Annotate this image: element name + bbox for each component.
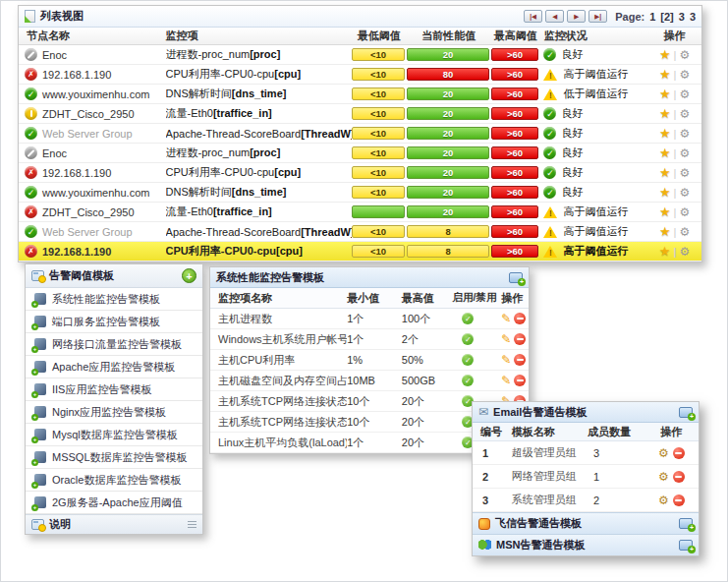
settings-gear-icon[interactable] [679, 49, 690, 61]
next-page-button[interactable] [567, 10, 586, 23]
enabled-check-icon[interactable] [462, 313, 474, 324]
ops-cell [647, 225, 701, 238]
favorite-star-icon[interactable] [659, 87, 671, 100]
table-row[interactable]: www.youximenhu.com DNS解析时间[dns_time] <10… [19, 85, 701, 104]
edit-pencil-icon[interactable] [501, 333, 511, 345]
template-list-item[interactable]: Oracle数据库监控告警模板 [26, 469, 202, 492]
email-group-row[interactable]: 3 系统管理员组 2 [473, 489, 699, 512]
threshold-cell: <10 20 >60 [352, 146, 539, 159]
first-page-button[interactable] [524, 10, 542, 23]
delete-minus-icon[interactable] [673, 447, 685, 459]
settings-gear-icon[interactable] [679, 108, 690, 120]
delete-minus-icon[interactable] [673, 495, 685, 506]
configure-gear-icon[interactable] [658, 471, 669, 483]
email-group-row[interactable]: 2 网络管理员组 1 [473, 465, 699, 489]
delete-minus-icon[interactable] [514, 333, 526, 345]
settings-gear-icon[interactable] [679, 226, 690, 238]
template-row[interactable]: Windows主机系统用户帐号总数 1个 2个 [210, 329, 529, 350]
group-name: 系统管理员组 [512, 493, 588, 507]
template-list-item[interactable]: Apache应用监控告警模板 [26, 356, 202, 378]
threshold-cell: 20 >60 [352, 205, 539, 218]
delete-minus-icon[interactable] [514, 313, 526, 324]
settings-gear-icon[interactable] [679, 167, 690, 179]
monitor-add-icon[interactable] [679, 540, 693, 551]
edit-pencil-icon[interactable] [501, 354, 511, 366]
edit-pencil-icon[interactable] [501, 313, 511, 324]
collapse-lines-icon[interactable] [188, 521, 196, 528]
fetion-notification-bar[interactable]: 飞信告警通告模板 [473, 512, 699, 534]
favorite-star-icon[interactable] [659, 166, 671, 179]
monitor-add-icon[interactable] [679, 407, 693, 418]
settings-gear-icon[interactable] [680, 246, 691, 258]
table-row[interactable]: Enoc 进程数-proc_num[proc] <10 20 >60 良好 [19, 144, 701, 163]
table-row[interactable]: Enoc 进程数-proc_num[proc] <10 20 >60 良好 [19, 45, 701, 65]
table-row[interactable]: 192.168.1.190 CPU利用率-CPU0-cpu[cpu] <10 8… [19, 65, 701, 85]
page-number[interactable]: 3 [690, 11, 696, 23]
settings-gear-icon[interactable] [679, 187, 690, 199]
status-icon [543, 206, 557, 218]
template-list-item[interactable]: 系统性能监控告警模板 [26, 288, 202, 311]
monitor-add-icon[interactable] [509, 272, 523, 283]
description-footer[interactable]: 说明 [26, 514, 202, 534]
edit-pencil-icon[interactable] [501, 375, 511, 386]
template-list-item[interactable]: 端口服务监控告警模板 [26, 311, 202, 333]
favorite-star-icon[interactable] [659, 146, 671, 159]
template-row[interactable]: 主机CPU利用率 1% 50% [210, 350, 529, 371]
email-notification-panel: Email告警通告模板 编号 模板名称 成员数量 操作 1 超级管理员组 3 2… [472, 401, 700, 556]
max-value: 50% [402, 354, 453, 366]
msn-notification-bar[interactable]: MSN告警通告模板 [473, 534, 699, 555]
page-number[interactable]: [2] [660, 11, 673, 23]
prev-page-button[interactable] [545, 10, 564, 23]
table-row[interactable]: ZDHT_Cisco_2950 流量-Eth0[traffice_in] <10… [19, 104, 701, 124]
monitor-item-text: 进程数-proc_num [166, 146, 251, 158]
page-number[interactable]: 1 [649, 11, 655, 23]
template-list-item[interactable]: IIS应用监控告警模板 [26, 378, 202, 401]
table-row[interactable]: Web Server Group Apache-Thread-ScoreBoar… [19, 222, 701, 242]
settings-gear-icon[interactable] [679, 69, 690, 81]
favorite-star-icon[interactable] [659, 186, 671, 199]
template-list-item[interactable]: Mysql数据库监控告警模板 [26, 424, 202, 446]
last-page-button[interactable] [588, 10, 607, 23]
enabled-check-icon[interactable] [462, 333, 474, 345]
node-name: Web Server Group [42, 226, 133, 238]
table-row[interactable]: www.youximenhu.com DNS解析时间[dns_time] <10… [19, 183, 701, 203]
favorite-star-icon[interactable] [659, 107, 671, 120]
monitor-item-code: [traffice_in] [213, 205, 272, 217]
settings-gear-icon[interactable] [679, 206, 690, 218]
settings-gear-icon[interactable] [679, 88, 690, 100]
email-group-row[interactable]: 1 超级管理员组 3 [473, 441, 699, 465]
configure-gear-icon[interactable] [658, 495, 669, 506]
favorite-star-icon[interactable] [659, 48, 671, 61]
monitor-item-code: [dns_time] [232, 186, 287, 198]
monitor-add-icon[interactable] [679, 518, 693, 529]
monitor-item-cell: Apache-Thread-ScoreBoard[ThreadW] [166, 226, 352, 238]
settings-gear-icon[interactable] [679, 128, 690, 140]
table-row[interactable]: Web Server Group Apache-Thread-ScoreBoar… [19, 124, 701, 144]
settings-gear-icon[interactable] [679, 147, 690, 159]
favorite-star-icon[interactable] [659, 205, 671, 218]
monitor-item-code: [proc] [250, 146, 280, 158]
monitor-item-text: 进程数-proc_num [166, 48, 251, 60]
enabled-check-icon[interactable] [462, 354, 474, 366]
favorite-star-icon[interactable] [659, 127, 671, 140]
delete-minus-icon[interactable] [673, 471, 685, 483]
template-list-item[interactable]: MSSQL数据库监控告警模板 [26, 446, 202, 469]
template-row[interactable]: 主机进程数 1个 100个 [210, 309, 529, 329]
template-list-item[interactable]: 网络接口流量监控告警模板 [26, 333, 202, 356]
template-list-item[interactable]: 2G服务器-Apache应用阈值 [26, 492, 202, 514]
configure-gear-icon[interactable] [658, 447, 669, 459]
table-row[interactable]: ZDHT_Cisco_2950 流量-Eth0[traffice_in] 20 … [19, 203, 701, 222]
favorite-star-icon[interactable] [659, 245, 671, 258]
delete-minus-icon[interactable] [514, 375, 526, 386]
node-name: ZDHT_Cisco_2950 [42, 108, 135, 120]
template-row[interactable]: 主机磁盘空间及内存空间占用 10MB 500GB [210, 371, 529, 391]
template-list-item[interactable]: Nginx应用监控告警模板 [26, 401, 202, 424]
add-template-button[interactable] [182, 268, 196, 283]
enabled-check-icon[interactable] [462, 375, 474, 386]
favorite-star-icon[interactable] [659, 68, 671, 81]
page-number[interactable]: 3 [679, 11, 685, 23]
table-row[interactable]: 192.168.1.190 CPU利用率-CPU0-cpu[cpu] <10 2… [19, 163, 701, 183]
delete-minus-icon[interactable] [514, 354, 526, 366]
favorite-star-icon[interactable] [659, 225, 671, 238]
table-row[interactable]: 192.168.1.190 CPU利用率-CPU0-cpu[cpu] <10 8… [19, 242, 701, 262]
